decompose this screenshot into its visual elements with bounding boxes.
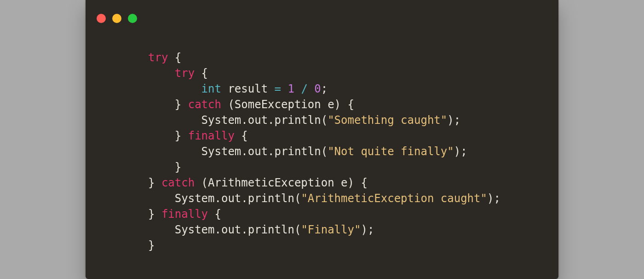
system-call: System	[201, 114, 242, 127]
paren-open: (	[321, 145, 328, 158]
brace-close: }	[148, 239, 155, 252]
number-literal: 0	[314, 82, 321, 95]
paren-close: )	[454, 145, 460, 158]
paren-open: (	[321, 114, 328, 127]
out-field: out	[221, 223, 241, 236]
inner-try-keyword: try	[175, 67, 195, 80]
paren-close: )	[487, 192, 494, 205]
paren-close: )	[447, 114, 454, 127]
paren-close: )	[334, 98, 341, 111]
dot: .	[241, 114, 247, 127]
paren-open: (	[201, 176, 208, 189]
exception-var: e	[341, 176, 347, 189]
brace-open: {	[215, 208, 221, 221]
brace-close: }	[175, 129, 181, 142]
code-block: try { try { int result = 1 / 0; } catch …	[148, 50, 500, 253]
semicolon: ;	[454, 114, 460, 127]
system-call: System	[175, 223, 215, 236]
brace-close: }	[148, 176, 155, 189]
exception-type: SomeException	[235, 98, 321, 111]
brace-open: {	[348, 98, 354, 111]
var-name: result	[228, 82, 268, 95]
brace-close: }	[148, 208, 155, 221]
brace-open: {	[201, 67, 208, 80]
close-icon[interactable]	[97, 14, 106, 23]
outer-try-keyword: try	[148, 51, 168, 64]
divide-op: /	[301, 82, 307, 95]
string-literal: "Finally"	[301, 223, 361, 236]
dot: .	[268, 145, 274, 158]
exception-type: ArithmeticException	[208, 176, 334, 189]
dot: .	[215, 223, 221, 236]
inner-finally-keyword: finally	[188, 129, 235, 142]
semicolon: ;	[460, 145, 467, 158]
outer-catch-keyword: catch	[161, 176, 195, 189]
brace-close: }	[175, 98, 181, 111]
semicolon: ;	[494, 192, 500, 205]
dot: .	[215, 192, 221, 205]
println-method: println	[248, 192, 294, 205]
dot: .	[268, 114, 274, 127]
semicolon: ;	[321, 82, 328, 95]
window-traffic-lights	[97, 14, 137, 23]
dot: .	[241, 145, 247, 158]
type-keyword: int	[201, 82, 221, 95]
dot: .	[241, 192, 247, 205]
outer-finally-keyword: finally	[161, 208, 208, 221]
brace-open: {	[241, 129, 247, 142]
system-call: System	[201, 145, 242, 158]
assign-op: =	[275, 82, 281, 95]
number-literal: 1	[288, 82, 294, 95]
dot: .	[241, 223, 247, 236]
string-literal: "Something caught"	[328, 114, 447, 127]
string-literal: "Not quite finally"	[328, 145, 454, 158]
println-method: println	[275, 145, 321, 158]
maximize-icon[interactable]	[128, 14, 137, 23]
paren-close: )	[361, 223, 367, 236]
brace-close: }	[175, 161, 181, 174]
semicolon: ;	[368, 223, 374, 236]
out-field: out	[248, 114, 268, 127]
paren-open: (	[228, 98, 234, 111]
paren-close: )	[348, 176, 354, 189]
system-call: System	[175, 192, 215, 205]
paren-open: (	[294, 192, 301, 205]
out-field: out	[221, 192, 241, 205]
brace-open: {	[175, 51, 181, 64]
exception-var: e	[328, 98, 334, 111]
brace-open: {	[361, 176, 367, 189]
println-method: println	[275, 114, 321, 127]
inner-catch-keyword: catch	[188, 98, 221, 111]
println-method: println	[248, 223, 294, 236]
string-literal: "ArithmeticException caught"	[301, 192, 487, 205]
paren-open: (	[294, 223, 301, 236]
code-window: try { try { int result = 1 / 0; } catch …	[86, 0, 558, 279]
out-field: out	[248, 145, 268, 158]
minimize-icon[interactable]	[112, 14, 121, 23]
